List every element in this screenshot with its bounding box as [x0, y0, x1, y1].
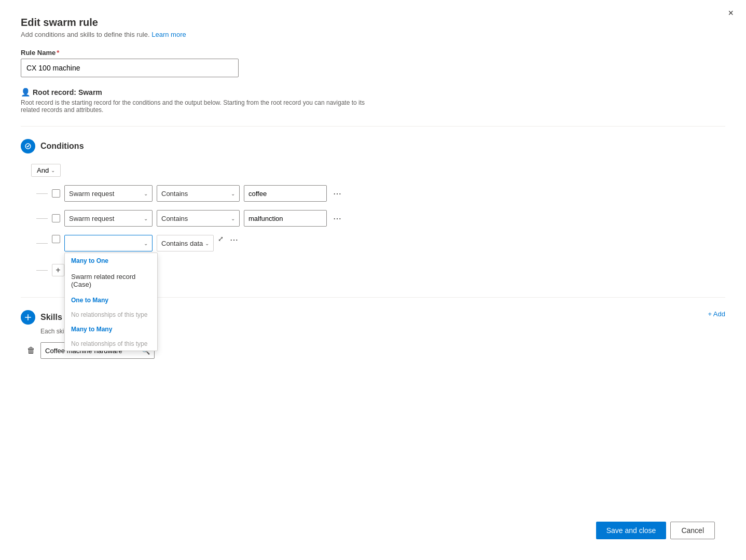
dropdown-no-relationships-many: No relationships of this type [65, 337, 157, 351]
chevron-down-icon: ⌄ [231, 191, 235, 197]
skills-icon [21, 310, 35, 325]
cancel-button[interactable]: Cancel [670, 522, 715, 539]
chevron-down-icon: ⌄ [144, 241, 148, 246]
field-select-1[interactable]: Swarm request ⌄ [64, 185, 153, 202]
expand-button[interactable]: ⤢ [218, 235, 224, 243]
condition-row: Swarm request ⌄ Contains ⌄ ⋯ [31, 185, 725, 202]
chevron-down-icon: ⌄ [51, 167, 55, 173]
conditions-group: Swarm request ⌄ Contains ⌄ ⋯ Swarm reque… [31, 185, 725, 276]
modal-title: Edit swarm rule [21, 17, 725, 29]
modal-subtitle: Add conditions and skills to define this… [21, 31, 725, 38]
add-condition-button[interactable]: + [52, 264, 64, 276]
required-indicator: * [57, 49, 59, 57]
dropdown-group-label-many-to-many: Many to Many [65, 321, 157, 337]
dropdown-no-relationships-one: No relationships of this type [65, 308, 157, 321]
rule-name-label: Rule Name* [21, 49, 725, 57]
more-options-button-3[interactable]: ⋯ [228, 235, 240, 245]
close-button[interactable]: × [728, 8, 734, 18]
value-input-2[interactable] [244, 210, 327, 227]
delete-skill-button[interactable]: 🗑 [26, 345, 36, 356]
chevron-down-icon: ⌄ [205, 241, 209, 246]
conditions-section-header: Conditions [21, 139, 725, 153]
dropdown-container: ⌄ Many to One Swarm related record (Case… [64, 235, 153, 251]
condition-row-with-dropdown: ⌄ Many to One Swarm related record (Case… [31, 235, 725, 251]
conditions-area: And ⌄ Swarm request ⌄ Contains ⌄ ⋯ [21, 164, 725, 276]
more-options-button-1[interactable]: ⋯ [331, 189, 343, 199]
save-and-close-button[interactable]: Save and close [596, 522, 667, 539]
value-input-1[interactable] [244, 185, 327, 202]
field-select-3[interactable]: ⌄ [64, 235, 153, 251]
rule-name-input[interactable] [21, 59, 239, 77]
root-record-label: 👤 Root record: Swarm [21, 88, 725, 97]
more-options-button-2[interactable]: ⋯ [331, 214, 343, 223]
condition-checkbox-1[interactable] [52, 189, 60, 198]
chevron-down-icon: ⌄ [144, 191, 148, 197]
condition-checkbox-3[interactable] [52, 235, 60, 243]
add-skill-button[interactable]: + Add [708, 310, 725, 318]
learn-more-link[interactable]: Learn more [151, 31, 186, 38]
divider [21, 126, 725, 127]
field-select-2[interactable]: Swarm request ⌄ [64, 210, 153, 227]
conditions-title: Conditions [40, 142, 84, 151]
skills-title: Skills [40, 313, 62, 322]
root-record-icon: 👤 [21, 88, 31, 97]
conditions-icon [21, 139, 35, 153]
dropdown-group-label-many-to-one: Many to One [65, 253, 157, 269]
skills-header-left: Skills [21, 310, 62, 325]
root-record-description: Root record is the starting record for t… [21, 99, 384, 114]
operator-select-1[interactable]: Contains ⌄ [157, 185, 240, 202]
dropdown-item-swarm-related-record[interactable]: Swarm related record (Case) [65, 269, 157, 292]
and-button[interactable]: And ⌄ [31, 164, 61, 177]
root-record-section: 👤 Root record: Swarm Root record is the … [21, 88, 725, 114]
edit-swarm-rule-modal: × Edit swarm rule Add conditions and ski… [0, 0, 746, 560]
condition-checkbox-2[interactable] [52, 214, 60, 222]
chevron-down-icon: ⌄ [144, 216, 148, 221]
dropdown-group-label-one-to-many: One to Many [65, 292, 157, 308]
footer-buttons: Save and close Cancel [596, 522, 715, 539]
dropdown-menu: Many to One Swarm related record (Case) … [64, 253, 158, 351]
contains-data-button[interactable]: Contains data ⌄ [157, 235, 214, 251]
condition-row: Swarm request ⌄ Contains ⌄ ⋯ [31, 210, 725, 227]
chevron-down-icon: ⌄ [231, 216, 235, 221]
operator-select-2[interactable]: Contains ⌄ [157, 210, 240, 227]
